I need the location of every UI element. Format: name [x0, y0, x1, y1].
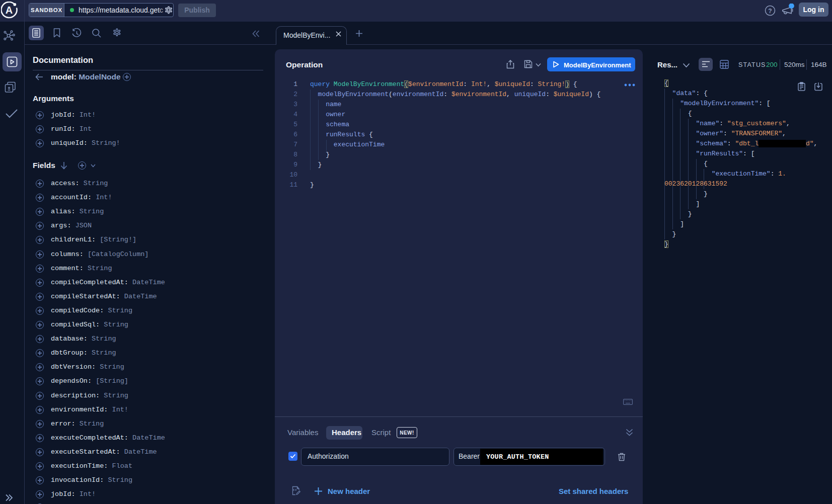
svg-text:?: ?	[768, 8, 772, 15]
svg-text:A: A	[6, 5, 13, 16]
